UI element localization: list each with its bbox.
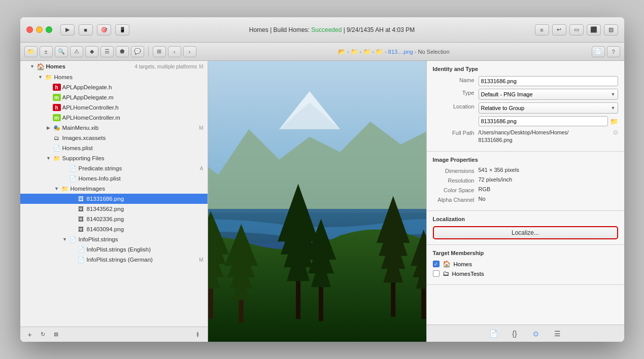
fullpath-label: Full Path <box>433 129 479 136</box>
en-strings-icon: 📄 <box>77 246 85 253</box>
sidebar-item-img4[interactable]: 🖼 81403094.png <box>20 224 208 234</box>
layout-split-button[interactable]: ⬛ <box>587 24 601 35</box>
svg-rect-34 <box>421 289 426 319</box>
sidebar-item-plist[interactable]: 📄 Homes.plist <box>20 143 208 153</box>
sidebar-item-homes-folder[interactable]: 📁 Homes <box>20 72 208 82</box>
close-button[interactable] <box>26 26 33 33</box>
target-selector[interactable]: 📱 <box>115 24 129 35</box>
breakpoint-btn[interactable]: ⬟ <box>116 46 129 57</box>
infoplist-strings-label: InfoPlist.strings <box>79 236 204 242</box>
navigator-folder-btn[interactable]: 📁 <box>24 46 38 57</box>
nav-back-btn[interactable]: ‹ <box>168 46 181 57</box>
disclosure-supporting[interactable] <box>45 154 53 162</box>
report-btn[interactable]: 💬 <box>131 46 144 57</box>
breadcrumb-icon-1: 📂 <box>338 48 346 55</box>
back-forward-button[interactable]: ↩ <box>552 24 566 35</box>
type-dropdown[interactable]: Default - PNG Image ▼ <box>479 89 618 100</box>
localize-button[interactable]: Localize... <box>433 226 618 239</box>
warning-btn[interactable]: ⚠ <box>70 46 83 57</box>
find-btn[interactable]: 🔍 <box>55 46 68 57</box>
filename-row: 📁 <box>433 116 618 126</box>
png3-icon: 🖼 <box>77 216 85 223</box>
type-select-container: Default - PNG Image ▼ <box>479 89 618 100</box>
png2-icon: 🖼 <box>77 205 85 212</box>
disclosure-homes[interactable] <box>37 73 45 81</box>
play-button[interactable]: ▶ <box>60 24 75 35</box>
inspector-file-btn[interactable]: 📄 <box>592 46 605 57</box>
target1-label: Homes <box>454 261 472 267</box>
svg-rect-11 <box>208 289 213 319</box>
svg-rect-16 <box>239 300 243 323</box>
nav-fwd-btn[interactable]: › <box>183 46 196 57</box>
sidebar-item-appdel-h[interactable]: h APLAppDelegate.h <box>20 82 208 92</box>
editor-standard-button[interactable]: ≡ <box>535 24 549 35</box>
sidebar-item-homes-info[interactable]: 📄 Homes-Info.plist <box>20 173 208 184</box>
instruments-button[interactable]: 🎯 <box>97 24 111 35</box>
attributes-tab[interactable]: ⊙ <box>530 328 541 339</box>
inspector-help-btn[interactable]: ? <box>607 46 620 57</box>
minimize-button[interactable] <box>36 26 43 33</box>
sidebar-item-predicate[interactable]: 📄 Predicate.strings A <box>20 163 208 173</box>
xib-file-icon: 🎭 <box>53 124 61 131</box>
layout-assistants-button[interactable]: ▨ <box>604 24 618 35</box>
img3-label: 81402336.png <box>87 216 204 222</box>
identity-type-title: Identity and Type <box>433 66 618 72</box>
stop-button[interactable]: ■ <box>79 24 93 35</box>
target1-checkbox[interactable]: ✓ <box>433 261 439 267</box>
sidebar-item-supporting-files[interactable]: 📁 Supporting Files <box>20 153 208 163</box>
sidebar-bottom: + ↻ ⊠ ≬ <box>20 327 208 342</box>
infoplist-en-label: InfoPlist.strings (English) <box>87 246 204 253</box>
test-btn[interactable]: ◆ <box>85 46 98 57</box>
target2-icon: 🗂 <box>443 270 449 277</box>
disclosure-homeimages[interactable] <box>53 185 61 193</box>
breadcrumb-selection: No Selection <box>418 49 449 55</box>
filename-input[interactable] <box>479 116 608 126</box>
source-control-bottom-btn[interactable]: ↻ <box>38 330 49 339</box>
disclosure-mainmenu[interactable] <box>45 124 53 132</box>
infoplist-de-badge: M <box>199 257 203 263</box>
supporting-files-label: Supporting Files <box>62 155 204 161</box>
disclosure-infoplist[interactable] <box>61 235 69 243</box>
predicate-label: Predicate.strings <box>79 165 198 171</box>
target1-icon: 🏠 <box>443 260 451 268</box>
location-dropdown[interactable]: Relative to Group ▼ <box>479 102 618 114</box>
source-control-btn[interactable]: ± <box>40 46 53 57</box>
file-inspector-tab[interactable]: 📄 <box>488 328 499 339</box>
sidebar-item-homectl-h[interactable]: h APLHomeController.h <box>20 102 208 113</box>
sidebar-item-img1[interactable]: 🖼 81331686.png <box>20 194 208 204</box>
target2-checkbox[interactable] <box>433 270 439 277</box>
homes-folder-icon: 📁 <box>45 74 53 81</box>
quick-help-tab[interactable]: {} <box>509 328 520 339</box>
add-file-btn[interactable]: + <box>24 330 36 339</box>
maximize-button[interactable] <box>46 26 52 33</box>
homes-info-label: Homes-Info.plist <box>79 175 204 182</box>
sidebar-item-img2[interactable]: 🖼 81343562.png <box>20 204 208 214</box>
sidebar-item-homeimages[interactable]: 📁 HomeImages <box>20 184 208 194</box>
xcassets-icon: 🗂 <box>53 134 61 141</box>
dimensions-row: Dimensions 541 × 356 pixels <box>433 167 618 174</box>
sidebar-item-infoplist-strings[interactable]: 📄 InfoPlist.strings <box>20 234 208 244</box>
name-input[interactable] <box>479 76 618 86</box>
sidebar-item-xcassets[interactable]: 🗂 Images.xcassets <box>20 133 208 143</box>
breadcrumb-png[interactable]: 813....png <box>388 49 413 55</box>
debug-btn[interactable]: ☰ <box>100 46 114 57</box>
folder-browse-icon[interactable]: 📁 <box>610 118 618 125</box>
sidebar-item-img3[interactable]: 🖼 81402336.png <box>20 214 208 224</box>
layout-single-button[interactable]: ▭ <box>569 24 584 35</box>
history-btn[interactable]: ≬ <box>192 330 204 339</box>
sidebar-item-appdel-m[interactable]: m APLAppDelegate.m <box>20 92 208 102</box>
separator <box>148 47 149 57</box>
localization-section: Localization Localize... <box>427 211 624 245</box>
grid-btn[interactable]: ⊞ <box>153 46 166 57</box>
breadcrumb-icon-2: 📁 <box>351 48 358 55</box>
sidebar-item-homectl-m[interactable]: m APLHomeController.m <box>20 113 208 123</box>
sidebar-item-infoplist-de[interactable]: 📄 InfoPlist.strings (German) M <box>20 255 208 265</box>
stop-icon: ■ <box>84 27 87 33</box>
sidebar-item-infoplist-en[interactable]: 📄 InfoPlist.strings (English) <box>20 244 208 255</box>
filter-btn[interactable]: ⊠ <box>51 330 62 339</box>
sidebar-item-mainmenu[interactable]: 🎭 MainMenu.xib M <box>20 123 208 133</box>
connections-tab[interactable]: ☰ <box>552 328 563 339</box>
sidebar-item-homes-project[interactable]: 🏠 Homes 4 targets, multiple platforms M <box>20 61 208 72</box>
disclosure-homes-project[interactable] <box>28 62 37 70</box>
colorspace-row: Color Space RGB <box>433 186 618 193</box>
